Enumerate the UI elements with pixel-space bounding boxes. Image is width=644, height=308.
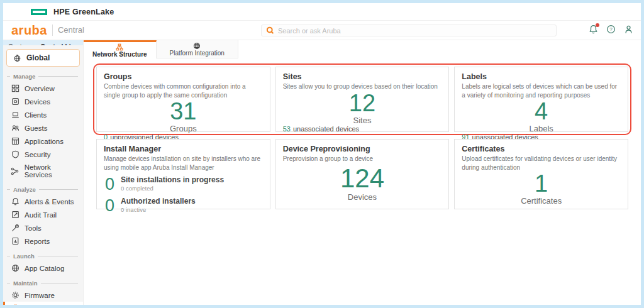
aruba-header: aruba Central ? <box>3 21 641 40</box>
tools-icon <box>11 224 19 232</box>
sites-card[interactable]: Sites Sites allow you to group devices b… <box>275 67 450 132</box>
clients-icon <box>11 111 19 119</box>
firmware-gear-icon <box>11 291 19 299</box>
sites-footer-link[interactable]: 53unassociated devices <box>283 125 442 133</box>
notification-badge <box>596 23 599 27</box>
organization-sitemap-icon <box>11 304 19 308</box>
sidebar-item-organization[interactable]: Organization <box>3 302 83 308</box>
sidebar-section-analyze: Analyze <box>3 181 83 195</box>
sidebar-section-manage: Manage <box>3 68 83 82</box>
device-preprovisioning-title: Device Preprovisioning <box>283 145 442 153</box>
sidebar-item-guests[interactable]: Guests <box>3 121 83 135</box>
notifications-bell-icon[interactable] <box>589 25 598 34</box>
authorized-installers-label: Authorized installers <box>121 197 196 206</box>
sites-card-title: Sites <box>283 72 442 81</box>
install-manager-card[interactable]: Install Manager Manage devices installat… <box>96 139 270 209</box>
sites-count: 12 <box>349 91 375 115</box>
sidebar-item-overview[interactable]: Overview <box>3 82 83 95</box>
applications-icon <box>11 137 19 145</box>
customer-label: Customer: <box>8 43 38 45</box>
aruba-logo: aruba <box>11 24 52 36</box>
sidebar-item-applications[interactable]: Applications <box>3 135 83 148</box>
global-icon <box>13 54 21 62</box>
labels-count: 4 <box>535 99 548 123</box>
device-preprovisioning-count-label: Devices <box>348 192 377 202</box>
audit-trail-icon <box>11 211 19 219</box>
sidebar-item-devices[interactable]: Devices <box>3 95 83 108</box>
groups-count-label: Groups <box>170 124 197 133</box>
tab-network-structure[interactable]: Network Structure <box>84 40 157 58</box>
security-shield-icon <box>11 150 19 158</box>
sidebar-item-reports[interactable]: Reports <box>3 234 83 248</box>
overview-icon <box>11 84 19 92</box>
sites-count-label: Sites <box>353 116 372 125</box>
install-manager-description: Manage devices installation on site by i… <box>104 155 263 172</box>
authorized-installers-stat: 0 Authorized installers 0 inactive <box>105 197 263 214</box>
devices-icon <box>11 97 19 106</box>
groups-card-description: Combine devices with common configuratio… <box>104 82 263 99</box>
customer-bar: Customer: Central Li... <box>3 40 83 45</box>
aruba-search-icon <box>266 26 274 35</box>
tab-platform-integration[interactable]: Platform Integration <box>157 40 238 58</box>
sidebar-item-audit-trail[interactable]: Audit Trail <box>3 208 83 221</box>
reports-icon <box>11 237 19 245</box>
main-content: Network Structure Platform Integration G… <box>84 40 641 305</box>
greenlake-brand: HPE GreenLake <box>53 8 114 16</box>
site-installations-label: Site installations in progress <box>121 176 224 184</box>
authorized-installers-sub: 0 inactive <box>121 206 196 213</box>
global-context-button[interactable]: Global <box>6 49 80 67</box>
global-search-bar[interactable] <box>261 25 557 36</box>
aruba-logo-block: aruba Central <box>11 24 84 36</box>
network-services-icon <box>11 167 19 175</box>
sidebar-item-firmware[interactable]: Firmware <box>3 289 83 302</box>
groups-card-title: Groups <box>104 72 263 81</box>
search-icon[interactable] <box>641 30 644 40</box>
svg-text:?: ? <box>609 26 613 32</box>
device-preprovisioning-card[interactable]: Device Preprovisioning Preprovision a gr… <box>275 139 450 209</box>
certificates-count-label: Certificates <box>521 196 562 206</box>
groups-count: 31 <box>170 99 196 123</box>
platform-integration-globe-icon <box>193 42 201 50</box>
greenlake-topbar: HPE GreenLake <box>3 3 641 21</box>
device-preprovisioning-description: Preprovision a group to a device <box>283 155 442 163</box>
sidebar-item-tools[interactable]: Tools <box>3 221 83 234</box>
guests-icon <box>11 124 19 132</box>
sidebar-item-app-catalog[interactable]: App Catalog <box>3 261 83 275</box>
sidebar-item-security[interactable]: Security <box>3 148 83 161</box>
sidebar-item-alerts-events[interactable]: Alerts & Events <box>3 195 83 208</box>
site-installations-count: 0 <box>105 176 114 193</box>
site-installations-stat: 0 Site installations in progress 0 compl… <box>105 176 263 193</box>
labels-card-description: Labels are logical sets of devices which… <box>462 82 621 99</box>
certificates-card[interactable]: Certificates Upload certificates for val… <box>454 139 628 209</box>
site-installations-sub: 0 completed <box>121 185 224 192</box>
annotation-highlight-box: Groups Combine devices with common confi… <box>93 63 631 135</box>
certificates-description: Upload certificates for validating devic… <box>462 155 621 172</box>
customer-name: Central Li... <box>40 43 76 45</box>
user-account-icon[interactable] <box>624 25 633 34</box>
certificates-title: Certificates <box>462 145 621 153</box>
sidebar-item-clients[interactable]: Clients <box>3 108 83 121</box>
product-name: Central <box>52 25 84 36</box>
sidebar: Customer: Central Li... Global Manage Ov… <box>3 40 84 305</box>
labels-card-title: Labels <box>462 72 621 81</box>
authorized-installers-count: 0 <box>105 197 114 214</box>
install-manager-title: Install Manager <box>104 145 263 153</box>
alerts-bell-icon <box>11 197 19 206</box>
certificates-count: 1 <box>535 172 548 195</box>
labels-count-label: Labels <box>530 124 553 133</box>
app-window: HPE GreenLake aruba Central ? <box>0 0 644 308</box>
groups-card[interactable]: Groups Combine devices with common confi… <box>96 67 270 132</box>
hpe-logo-icon <box>31 9 47 15</box>
device-preprovisioning-count: 124 <box>340 165 384 192</box>
network-structure-icon <box>116 43 123 51</box>
sidebar-section-maintain: Maintain <box>3 275 83 289</box>
cards-area: Groups Combine devices with common confi… <box>84 58 641 305</box>
sidebar-item-network-services[interactable]: Network Services <box>3 161 83 181</box>
labels-card[interactable]: Labels Labels are logical sets of device… <box>454 67 628 132</box>
search-input[interactable] <box>278 27 552 35</box>
app-catalog-globe-icon <box>11 264 19 272</box>
global-label: Global <box>26 53 50 62</box>
tab-bar: Network Structure Platform Integration <box>84 40 641 58</box>
help-icon[interactable]: ? <box>606 25 616 34</box>
sidebar-section-launch: Launch <box>3 248 83 261</box>
